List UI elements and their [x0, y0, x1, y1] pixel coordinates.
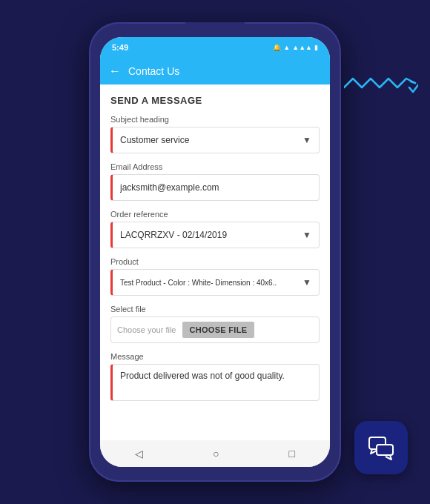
product-field-group: Product Test Product - Color : White- Di…: [110, 257, 320, 296]
subject-value: Customer service: [120, 135, 189, 145]
subject-dropdown[interactable]: Customer service ▼: [110, 127, 320, 153]
bottom-nav: ◁ ○ □: [100, 440, 330, 467]
nav-recent-icon[interactable]: □: [289, 448, 295, 460]
subject-field-group: Subject heading Customer service ▼: [110, 115, 320, 153]
wave-decoration: [344, 73, 418, 95]
nav-back-icon[interactable]: ◁: [135, 448, 143, 460]
form-area: SEND A MESSAGE Subject heading Customer …: [100, 84, 330, 440]
phone-screen: 5:49 🔔 ▲ ▲▲▲ ▮ ← Contact Us SEND A MESSA…: [100, 37, 330, 467]
battery-icon: ▮: [314, 44, 318, 51]
form-heading: SEND A MESSAGE: [110, 95, 320, 106]
status-bar: 5:49 🔔 ▲ ▲▲▲ ▮: [100, 37, 330, 58]
file-field-group: Select file Choose your file CHOOSE FILE: [110, 305, 320, 343]
wifi-icon: ▲: [283, 44, 290, 51]
nav-bar: ← Contact Us: [100, 58, 330, 84]
message-textarea[interactable]: [110, 364, 320, 401]
email-input-wrapper: [110, 174, 320, 201]
phone-frame: 5:49 🔔 ▲ ▲▲▲ ▮ ← Contact Us SEND A MESSA…: [89, 22, 341, 482]
phone-notch: [185, 22, 245, 34]
email-input[interactable]: [120, 182, 311, 193]
status-icons: 🔔 ▲ ▲▲▲ ▮: [273, 44, 318, 51]
order-label: Order reference: [110, 210, 320, 219]
svg-rect-1: [377, 445, 393, 455]
message-label: Message: [110, 352, 320, 361]
subject-chevron-icon: ▼: [302, 135, 311, 145]
order-value: LACQRRZXV - 02/14/2019: [120, 230, 227, 240]
product-dropdown[interactable]: Test Product - Color : White- Dimension …: [110, 269, 320, 296]
file-input-row: Choose your file CHOOSE FILE: [110, 316, 320, 343]
file-label: Select file: [110, 305, 320, 314]
status-time: 5:49: [112, 43, 128, 52]
email-field-group: Email Address: [110, 162, 320, 201]
back-button[interactable]: ←: [109, 64, 121, 78]
product-label: Product: [110, 257, 320, 266]
signal-icon: ▲▲▲: [292, 44, 312, 51]
choose-file-button[interactable]: CHOOSE FILE: [182, 322, 255, 338]
chat-fab-button[interactable]: [354, 421, 408, 474]
email-label: Email Address: [110, 162, 320, 171]
product-chevron-icon: ▼: [302, 277, 311, 288]
order-field-group: Order reference LACQRRZXV - 02/14/2019 ▼: [110, 210, 320, 248]
message-field-group: Message: [110, 352, 320, 404]
nav-title: Contact Us: [128, 65, 179, 77]
product-value: Test Product - Color : White- Dimension …: [120, 279, 277, 287]
notification-icon: 🔔: [273, 44, 281, 51]
order-dropdown[interactable]: LACQRRZXV - 02/14/2019 ▼: [110, 222, 320, 248]
subject-label: Subject heading: [110, 115, 320, 124]
nav-home-icon[interactable]: ○: [213, 448, 219, 460]
file-choose-placeholder: Choose your file: [117, 325, 176, 334]
order-chevron-icon: ▼: [302, 230, 311, 240]
chat-icon: [366, 433, 396, 462]
